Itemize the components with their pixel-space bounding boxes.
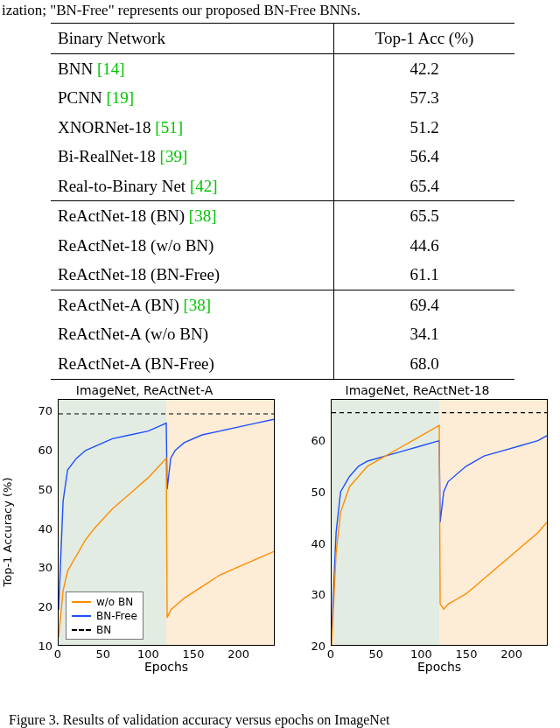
table-row: Real-to-Binary Net [42]65.4 <box>51 172 514 201</box>
acc-value: 56.4 <box>334 142 515 172</box>
acc-value: 42.2 <box>334 53 515 83</box>
plot-area <box>331 399 548 646</box>
network-name: BNN <box>58 60 97 78</box>
table-row: XNORNet-18 [51]51.2 <box>51 113 514 143</box>
citation[interactable]: [38] <box>184 296 212 314</box>
network-name: PCNN <box>58 88 106 107</box>
network-name: ReActNet-18 (BN-Free) <box>58 265 220 284</box>
table-row: ReActNet-18 (BN-Free)61.1 <box>51 260 514 290</box>
network-name: XNORNet-18 <box>58 118 155 136</box>
table-row: ReActNet-A (BN-Free)68.0 <box>51 349 514 379</box>
citation[interactable]: [19] <box>106 88 134 107</box>
figure-caption-fragment: Figure 3. Results of validation accuracy… <box>9 712 551 728</box>
table-row: PCNN [19]57.3 <box>51 83 514 113</box>
acc-value: 51.2 <box>334 113 515 143</box>
results-table: Binary Network Top-1 Acc (%) BNN [14]42.… <box>51 23 514 380</box>
table-row: ReActNet-A (BN) [38]69.4 <box>51 290 514 319</box>
chart-title: ImageNet, ReActNet-18 <box>282 383 553 397</box>
x-axis-label: Epochs <box>331 660 548 674</box>
acc-value: 34.1 <box>334 319 515 349</box>
y-ticks: 2030405060 <box>304 399 329 646</box>
caption-fragment-top: ization; "BN-Free" represents our propos… <box>2 2 360 19</box>
legend: w/o BN BN-Free BN <box>66 592 144 640</box>
legend-label: BN-Free <box>96 610 137 622</box>
col-header-network: Binary Network <box>51 24 334 54</box>
acc-value: 65.4 <box>334 172 515 201</box>
network-name: ReActNet-18 (BN) <box>58 206 189 225</box>
y-ticks: 10203040506070 <box>32 399 56 646</box>
legend-swatch-bn <box>72 629 91 631</box>
table-row: ReActNet-18 (w/o BN)44.6 <box>51 231 514 261</box>
table-row: Bi-RealNet-18 [39]56.4 <box>51 142 514 172</box>
figure-3: ImageNet, ReActNet-A Top-1 Accuracy (%) … <box>9 383 551 707</box>
y-axis-label: Top-1 Accuracy (%) <box>1 477 14 586</box>
acc-value: 69.4 <box>334 290 515 319</box>
legend-label: w/o BN <box>96 596 133 608</box>
network-name: ReActNet-A (w/o BN) <box>58 325 208 343</box>
acc-value: 61.1 <box>334 260 515 290</box>
network-name: ReActNet-A (BN) <box>58 296 184 314</box>
table-row: BNN [14]42.2 <box>51 53 514 83</box>
col-header-acc: Top-1 Acc (%) <box>334 24 515 54</box>
network-name: Bi-RealNet-18 <box>58 147 160 165</box>
acc-value: 65.5 <box>334 201 515 231</box>
acc-value: 57.3 <box>334 83 515 113</box>
citation[interactable]: [51] <box>155 118 183 136</box>
table-row: ReActNet-A (w/o BN)34.1 <box>51 319 514 349</box>
citation[interactable]: [14] <box>97 60 125 78</box>
legend-label: BN <box>96 624 111 636</box>
citation[interactable]: [38] <box>189 206 217 225</box>
network-name: Real-to-Binary Net <box>58 177 190 195</box>
table-row: ReActNet-18 (BN) [38]65.5 <box>51 201 514 231</box>
citation[interactable]: [39] <box>160 147 188 165</box>
x-axis-label: Epochs <box>58 660 275 674</box>
plot-svg <box>332 400 547 645</box>
chart-title: ImageNet, ReActNet-A <box>9 383 280 397</box>
chart-reactnet-18: ImageNet, ReActNet-18 2030405060 0501001… <box>282 383 553 681</box>
chart-reactnet-a: ImageNet, ReActNet-A Top-1 Accuracy (%) … <box>9 383 280 681</box>
network-name: ReActNet-18 (w/o BN) <box>58 236 214 255</box>
plot-area: w/o BN BN-Free BN <box>58 399 275 646</box>
citation[interactable]: [42] <box>190 177 218 195</box>
legend-swatch-bnfree <box>72 615 91 617</box>
x-ticks: 050100150200 <box>58 648 275 660</box>
network-name: ReActNet-A (BN-Free) <box>58 354 214 373</box>
acc-value: 44.6 <box>334 231 515 261</box>
acc-value: 68.0 <box>334 349 515 379</box>
page: ization; "BN-Free" represents our propos… <box>0 0 560 728</box>
legend-swatch-wo <box>72 601 91 603</box>
x-ticks: 050100150200 <box>331 648 548 660</box>
